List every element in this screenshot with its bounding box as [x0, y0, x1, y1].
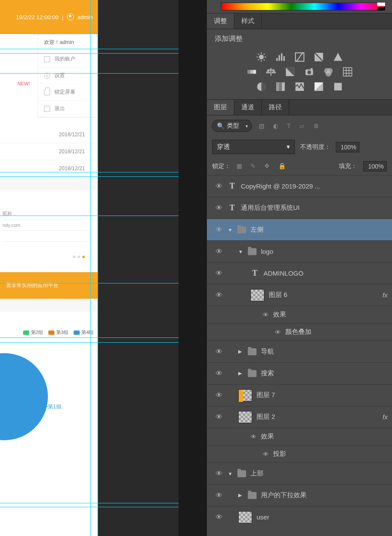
threshold-icon[interactable] — [294, 81, 305, 91]
visibility-toggle[interactable]: 👁 — [210, 270, 228, 277]
layer-row[interactable]: 👁▼上部 — [207, 462, 392, 484]
filter-adjustment-icon[interactable]: ◐ — [273, 122, 278, 129]
blend-mode-select[interactable]: 穿透▾ — [212, 140, 295, 154]
user-icon — [67, 13, 74, 20]
tab-adjustments[interactable]: 调整 — [207, 13, 234, 29]
fill-value[interactable]: 100% — [363, 161, 387, 172]
filter-type-select[interactable]: 🔍 类型 — [212, 120, 252, 132]
color-spectrum[interactable] — [221, 3, 385, 10]
layer-row[interactable]: 👁颜色叠加 — [207, 323, 392, 340]
photo-filter-icon[interactable] — [304, 66, 315, 76]
visibility-toggle[interactable]: 👁 — [210, 513, 228, 521]
posterize-icon[interactable] — [275, 81, 286, 91]
chart-legend: 第2组 第3组 第4组 — [4, 329, 94, 336]
selective-color-icon[interactable] — [332, 81, 344, 91]
fx-badge[interactable]: fx — [382, 291, 388, 299]
disclosure-triangle[interactable]: ▼ — [228, 471, 233, 476]
tab-layers[interactable]: 图层 — [207, 100, 234, 115]
disclosure-triangle[interactable]: ▶ — [238, 371, 243, 376]
opacity-value[interactable]: 100% — [336, 142, 359, 152]
lock-paint-icon[interactable]: ✎ — [250, 162, 258, 170]
mockup-header: 19/2/22 12:00:00 | admin — [0, 0, 98, 34]
visibility-toggle[interactable]: 👁 — [210, 492, 228, 499]
levels-icon[interactable] — [275, 51, 286, 61]
layer-row[interactable]: 👁▶导航 — [207, 340, 392, 362]
effect-visibility-icon[interactable]: 👁 — [263, 311, 269, 318]
layer-row[interactable]: 👁T通用后台管理系统UI — [207, 197, 392, 219]
visibility-toggle[interactable]: 👁 — [210, 370, 228, 378]
layer-row[interactable]: 👁图层 7 — [207, 384, 392, 406]
visibility-toggle[interactable]: 👁 — [210, 348, 228, 356]
disclosure-triangle[interactable]: ▶ — [238, 349, 243, 354]
input-nickname[interactable]: 昵称 — [3, 208, 95, 220]
filter-label: 类型 — [227, 122, 239, 130]
layer-row[interactable]: 👁效果 — [207, 428, 392, 445]
pagination-dot[interactable] — [78, 256, 80, 258]
effect-visibility-icon[interactable]: 👁 — [250, 433, 257, 440]
color-lookup-icon[interactable] — [342, 66, 353, 76]
exit-icon — [44, 106, 50, 112]
lock-position-icon[interactable]: ✥ — [264, 162, 272, 170]
layer-row[interactable]: 👁▶搜索 — [207, 362, 392, 384]
adjustments-tabs: 调整 样式 — [207, 13, 392, 29]
input-blank[interactable] — [3, 231, 95, 242]
visibility-toggle[interactable]: 👁 — [210, 413, 228, 421]
layer-row[interactable]: 👁图层 2fx — [207, 406, 392, 428]
section-gap — [0, 299, 98, 312]
guide-line — [98, 0, 98, 536]
filter-type-icon[interactable]: T — [287, 122, 291, 129]
svg-rect-15 — [311, 68, 312, 69]
filter-smart-icon[interactable]: 🗎 — [313, 122, 319, 129]
layer-row[interactable]: 👁user — [207, 506, 392, 528]
layer-row[interactable]: 👁图层 6fx — [207, 284, 392, 306]
filter-pixel-icon[interactable]: ▧ — [259, 122, 264, 129]
visibility-toggle[interactable]: 👁 — [210, 391, 228, 399]
layer-row[interactable]: 👁TCopyRight @ 2019-2029 ... — [207, 175, 392, 197]
visibility-toggle[interactable]: 👁 — [210, 291, 228, 299]
channel-mixer-icon[interactable] — [323, 66, 334, 76]
visibility-toggle[interactable]: 👁 — [210, 182, 228, 190]
visibility-toggle[interactable]: 👁 — [210, 204, 228, 212]
filter-shape-icon[interactable]: ▱ — [300, 122, 304, 129]
pagination-dot[interactable] — [73, 256, 75, 258]
vibrance-icon[interactable] — [332, 51, 344, 61]
gradient-map-icon[interactable] — [313, 81, 324, 91]
effect-visibility-icon[interactable]: 👁 — [263, 451, 269, 458]
layer-row[interactable]: 👁▼左侧 — [207, 219, 392, 240]
disclosure-triangle[interactable]: ▼ — [228, 227, 233, 233]
balance-icon[interactable] — [265, 66, 277, 76]
disclosure-triangle[interactable]: ▶ — [238, 492, 243, 498]
lock-transparency-icon[interactable]: ▦ — [237, 162, 244, 170]
svg-point-18 — [325, 71, 331, 77]
brightness-icon[interactable] — [256, 51, 267, 61]
layer-row[interactable]: 👁TADMINLOGO — [207, 262, 392, 284]
disclosure-triangle[interactable]: ▼ — [238, 249, 243, 254]
visibility-toggle[interactable]: 👁 — [210, 226, 228, 234]
layer-content: 👁效果 — [228, 432, 392, 441]
dropdown-lock[interactable]: 锁定屏幕 — [38, 84, 98, 101]
lock-all-icon[interactable]: 🔒 — [278, 162, 286, 170]
input-domain[interactable]: ndy.com — [3, 220, 95, 231]
dropdown-exit[interactable]: 退出 — [38, 101, 98, 117]
tab-paths[interactable]: 路径 — [262, 100, 289, 115]
date-row: 2018/12/21 — [0, 143, 98, 160]
guide-line — [0, 342, 179, 343]
effect-visibility-icon[interactable]: 👁 — [275, 329, 281, 336]
exposure-icon[interactable]: +- — [313, 51, 324, 61]
bw-icon[interactable] — [284, 66, 296, 76]
hue-icon[interactable] — [246, 66, 257, 76]
tab-styles[interactable]: 样式 — [234, 13, 262, 29]
visibility-toggle[interactable]: 👁 — [210, 248, 228, 256]
invert-icon[interactable] — [256, 81, 267, 91]
pagination-dot-active[interactable] — [82, 256, 85, 258]
lock-label: 锁定： — [212, 162, 230, 170]
tab-channels[interactable]: 通道 — [234, 100, 262, 115]
layer-row[interactable]: 👁投影 — [207, 445, 392, 462]
layer-row[interactable]: 👁▶用户的下拉效果 — [207, 484, 392, 506]
dropdown-settings[interactable]: 设置 — [38, 67, 98, 84]
fx-badge[interactable]: fx — [382, 413, 388, 421]
curves-icon[interactable] — [294, 51, 305, 61]
layer-row[interactable]: 👁▼logo — [207, 240, 392, 262]
visibility-toggle[interactable]: 👁 — [210, 470, 228, 478]
layer-row[interactable]: 👁效果 — [207, 306, 392, 323]
